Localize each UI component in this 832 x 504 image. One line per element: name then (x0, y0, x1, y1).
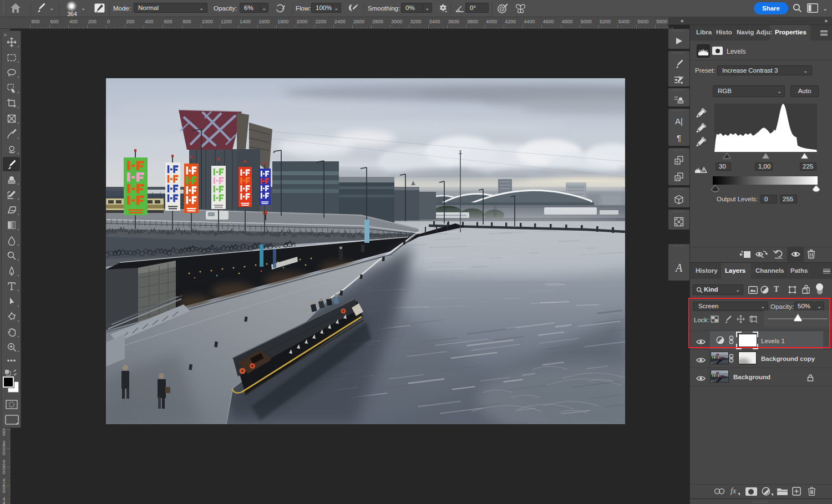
svg-text:A: A (676, 176, 679, 181)
svg-text:¶: ¶ (676, 160, 678, 165)
